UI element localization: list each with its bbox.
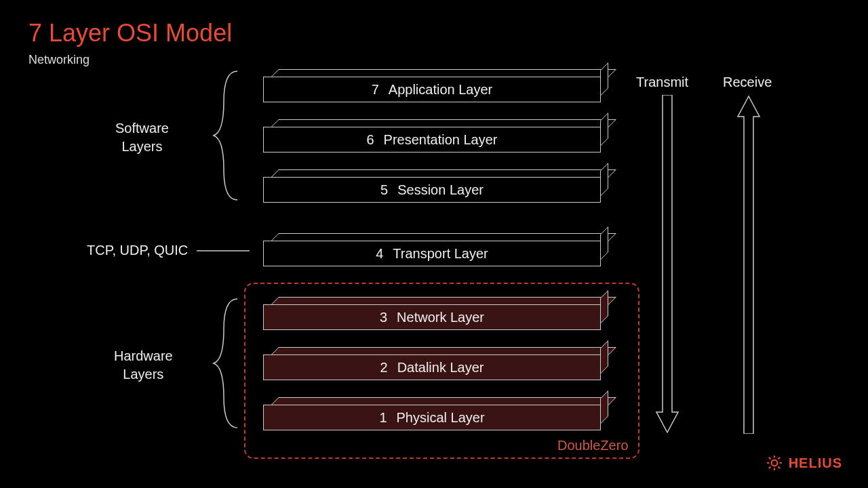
layer-2-name: Datalink Layer xyxy=(397,360,484,375)
layer-7-number: 7 xyxy=(372,82,379,98)
layer-5-name: Session Layer xyxy=(397,182,484,198)
svg-point-1 xyxy=(771,460,777,466)
layer-2-box: 2 Datalink Layer xyxy=(263,354,601,380)
svg-line-9 xyxy=(778,458,779,459)
layer-1-box: 1 Physical Layer xyxy=(263,405,601,430)
layer-6-name: Presentation Layer xyxy=(384,132,498,148)
layer-3-name: Network Layer xyxy=(397,310,484,325)
doublezero-label: DoubleZero xyxy=(557,438,629,453)
receive-label: Receive xyxy=(723,75,772,90)
layer-3-box: 3 Network Layer xyxy=(263,304,601,330)
brand-logo: HELIUS xyxy=(766,454,842,472)
transmit-label: Transmit xyxy=(636,75,688,90)
receive-up-arrow-icon xyxy=(736,95,761,434)
transport-connector-line xyxy=(197,250,250,251)
transmit-down-arrow-icon xyxy=(655,95,679,434)
layer-7-box: 7 Application Layer xyxy=(263,77,601,102)
transport-side-label: TCP, UDP, QUIC xyxy=(87,243,188,258)
layer-1-number: 1 xyxy=(379,410,387,426)
hardware-layers-label: Hardware Layers xyxy=(114,347,173,384)
svg-line-7 xyxy=(778,467,779,468)
page-subtitle: Networking xyxy=(28,53,90,67)
layer-5-number: 5 xyxy=(380,182,388,198)
layer-1-name: Physical Layer xyxy=(397,410,485,426)
software-brace-icon xyxy=(210,68,244,203)
svg-line-8 xyxy=(769,467,770,468)
layer-4-box: 4 Transport Layer xyxy=(263,241,601,266)
hardware-brace-icon xyxy=(210,296,244,431)
helius-logo-icon xyxy=(766,454,783,472)
layer-4-name: Transport Layer xyxy=(393,246,488,262)
layer-7-name: Application Layer xyxy=(389,82,492,98)
page-title: 7 Layer OSI Model xyxy=(28,19,232,47)
layer-5-box: 5 Session Layer xyxy=(263,177,601,203)
brand-name: HELIUS xyxy=(789,455,842,471)
layer-4-number: 4 xyxy=(376,246,383,262)
svg-line-6 xyxy=(769,458,770,459)
software-layers-label: Software Layers xyxy=(115,119,169,156)
layer-2-number: 2 xyxy=(380,360,388,375)
layer-6-number: 6 xyxy=(366,132,374,148)
layer-6-box: 6 Presentation Layer xyxy=(263,127,601,152)
layer-3-number: 3 xyxy=(380,310,387,325)
